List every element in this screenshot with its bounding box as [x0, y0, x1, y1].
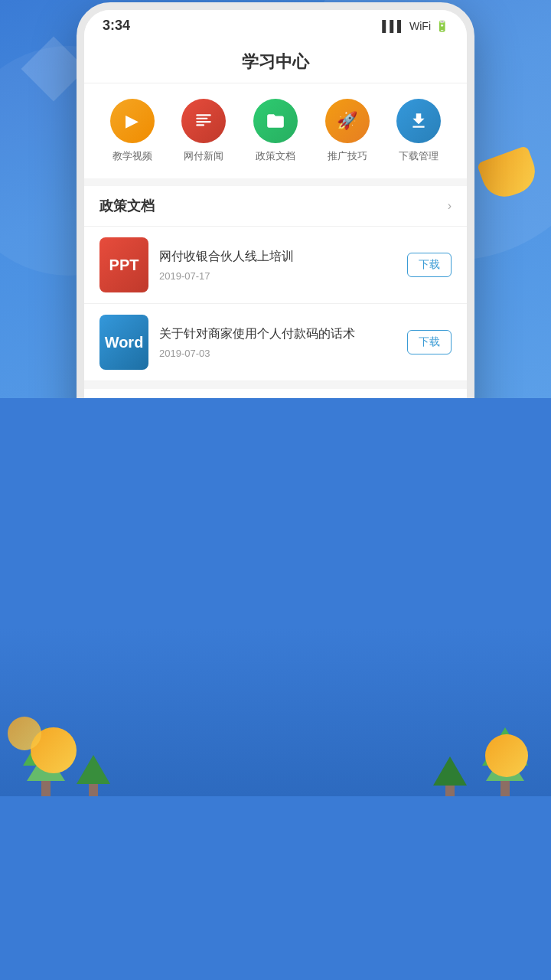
- news-icon-circle: [181, 99, 226, 143]
- policy-label: 政策文档: [256, 149, 295, 163]
- policy-arrow-icon: ›: [448, 199, 452, 213]
- app-title: 学习中心: [242, 52, 309, 71]
- battery-icon: 🔋: [435, 20, 448, 32]
- download-label: 下载管理: [399, 149, 439, 163]
- policy-icon-circle: [253, 99, 298, 143]
- icon-grid: ▶ 教学视频 网付新闻 政策文档: [84, 83, 467, 178]
- policy-section-header[interactable]: 政策文档 ›: [84, 186, 467, 227]
- policy-section-title: 政策文档: [99, 197, 155, 215]
- app-content: 学习中心 ▶ 教学视频 网付新闻: [84, 38, 467, 398]
- hero-section: 一次学习 先人一步 必要的学习是成功的捷径 3:34 ▌▌▌ WiFi 🔋 学习…: [0, 0, 551, 398]
- signal-icon: ▌▌▌: [382, 20, 405, 32]
- promote-label: 推广技巧: [328, 149, 367, 163]
- ppt-title: 网付收银合伙人线上培训: [159, 248, 396, 265]
- document-ppt-item[interactable]: PPT 网付收银合伙人线上培训 2019-07-17 下载: [84, 227, 467, 304]
- document-word-item[interactable]: Word 关于针对商家使用个人付款码的话术 2019-07-03 下载: [84, 304, 467, 381]
- status-time: 3:34: [103, 18, 130, 34]
- word-info: 关于针对商家使用个人付款码的话术 2019-07-03: [159, 325, 396, 358]
- icon-item-policy[interactable]: 政策文档: [253, 99, 298, 163]
- status-bar: 3:34 ▌▌▌ WiFi 🔋: [84, 10, 467, 38]
- coin-left-2: [8, 717, 41, 750]
- phone-frame: 3:34 ▌▌▌ WiFi 🔋 学习中心 ▶ 教学视频: [77, 2, 474, 398]
- news-label: 网付新闻: [184, 149, 223, 163]
- news-section-header[interactable]: 网付新闻 ›: [84, 389, 467, 398]
- tree-right-2: [433, 756, 467, 796]
- svg-rect-1: [197, 118, 208, 119]
- policy-section: 政策文档 › PPT 网付收银合伙人线上培训 2019-07-17 下载: [84, 186, 467, 381]
- promote-icon-circle: 🚀: [325, 99, 370, 143]
- word-icon: Word: [99, 315, 148, 370]
- app-header: 学习中心: [84, 38, 467, 83]
- ppt-info: 网付收银合伙人线上培训 2019-07-17: [159, 248, 396, 281]
- icon-item-video[interactable]: ▶ 教学视频: [110, 99, 155, 163]
- word-title: 关于针对商家使用个人付款码的话术: [159, 325, 396, 342]
- wifi-icon: WiFi: [409, 20, 431, 32]
- svg-rect-2: [197, 121, 212, 122]
- svg-rect-3: [197, 124, 205, 126]
- ppt-icon: PPT: [99, 237, 148, 292]
- bottom-scene: [0, 628, 551, 796]
- icon-item-news[interactable]: 网付新闻: [181, 99, 226, 163]
- word-date: 2019-07-03: [159, 348, 396, 359]
- ppt-download-button[interactable]: 下载: [407, 253, 452, 277]
- status-icons: ▌▌▌ WiFi 🔋: [382, 20, 448, 32]
- icon-item-download[interactable]: 下载管理: [396, 99, 441, 163]
- video-label: 教学视频: [112, 149, 152, 163]
- download-icon-circle: [396, 99, 441, 143]
- tree-left-2: [77, 755, 110, 796]
- ppt-date: 2019-07-17: [159, 270, 396, 282]
- svg-rect-0: [197, 114, 212, 116]
- news-section: 网付新闻 › 网付专帮贷2.0上线 为合作商户解决经营贷款需求 网付专帮贷2.0…: [84, 389, 467, 398]
- icon-item-promote[interactable]: 🚀 推广技巧: [325, 99, 370, 163]
- video-icon-circle: ▶: [110, 99, 155, 143]
- phone-mockup: 3:34 ▌▌▌ WiFi 🔋 学习中心 ▶ 教学视频: [77, 2, 474, 398]
- word-download-button[interactable]: 下载: [407, 330, 452, 354]
- coin-right-1: [485, 734, 528, 777]
